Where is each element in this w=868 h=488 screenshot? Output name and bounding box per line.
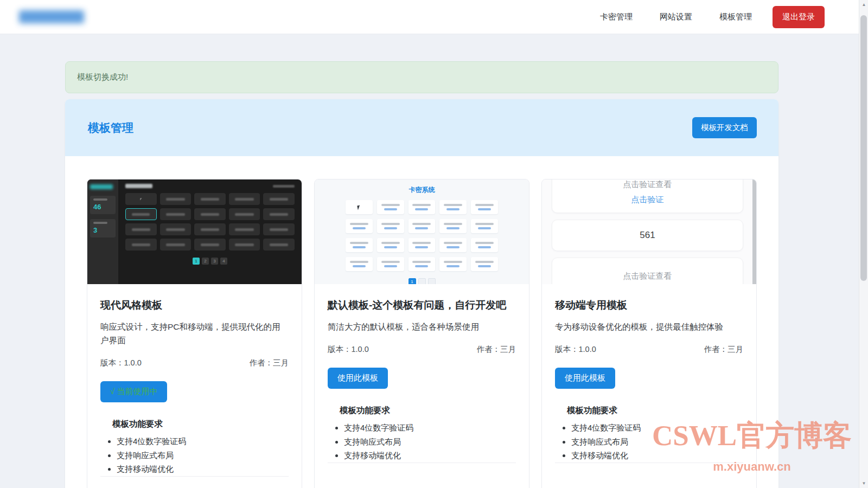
success-alert: 模板切换成功! bbox=[65, 61, 778, 93]
template-meta: 版本：1.0.0 作者：三月 bbox=[328, 344, 516, 355]
logout-button[interactable]: 退出登录 bbox=[773, 6, 825, 28]
template-card-modern: 46 3 bbox=[87, 179, 302, 488]
app-logo-censored[interactable] bbox=[19, 10, 84, 23]
preview-stat-value: 46 bbox=[93, 203, 112, 211]
use-template-button[interactable]: 使用此模板 bbox=[555, 368, 615, 389]
preview-grid-button bbox=[263, 239, 295, 251]
preview-card-grid bbox=[315, 200, 529, 271]
feature-item: 支持移动端优化 bbox=[571, 448, 743, 463]
template-card-body: 默认模板-这个模板有问题，自行开发吧 简洁大方的默认模板，适合各种场景使用 版本… bbox=[315, 284, 529, 485]
template-meta: 版本：1.0.0 作者：三月 bbox=[555, 344, 743, 355]
preview-grid-button bbox=[125, 239, 157, 251]
preview-page bbox=[418, 278, 426, 284]
template-name: 移动端专用模板 bbox=[555, 298, 743, 312]
template-description: 响应式设计，支持PC和移动端，提供现代化的用户界面 bbox=[100, 320, 289, 347]
template-name: 现代风格模板 bbox=[100, 298, 289, 312]
nav-link-site-settings[interactable]: 网站设置 bbox=[660, 12, 692, 22]
use-template-button[interactable]: 使用此模板 bbox=[328, 368, 388, 389]
preview-grid-button bbox=[125, 193, 157, 205]
preview-grid-cell bbox=[409, 238, 436, 252]
feature-item: 支持4位数字验证码 bbox=[571, 421, 743, 435]
panel-header: 模板管理 模板开发文档 bbox=[65, 99, 778, 156]
current-template-button[interactable]: √ 当前使用中 bbox=[100, 381, 167, 402]
preview-verify-link: 点击验证 bbox=[552, 195, 743, 205]
feature-item: 支持响应式布局 bbox=[117, 448, 289, 463]
preview-grid-cell bbox=[377, 219, 404, 233]
template-card-footer bbox=[100, 476, 289, 488]
preview-verify-card: 点击验证查看 bbox=[552, 258, 743, 284]
nav-link-template-management[interactable]: 模板管理 bbox=[719, 12, 752, 22]
template-grid: 46 3 bbox=[87, 179, 757, 488]
preview-grid-cell bbox=[409, 200, 436, 214]
preview-grid-cell bbox=[377, 257, 404, 271]
template-card-default: 卡密系统 1 默认模板-这个模板有问题，自行开发吧 bbox=[314, 179, 529, 488]
template-docs-button[interactable]: 模板开发文档 bbox=[692, 117, 757, 138]
preview-stat-label bbox=[93, 198, 107, 201]
preview-view-text: 点击验证查看 bbox=[552, 271, 743, 281]
template-description: 专为移动设备优化的模板，提供最佳触控体验 bbox=[555, 320, 743, 333]
features-list: 支持4位数字验证码 支持响应式布局 支持移动端优化 bbox=[100, 434, 289, 476]
preview-grid-button bbox=[125, 223, 157, 235]
preview-grid-cell bbox=[346, 200, 373, 214]
preview-pagination: 1 bbox=[315, 278, 529, 284]
preview-header bbox=[125, 184, 295, 188]
preview-grid-cell bbox=[409, 257, 436, 271]
preview-title-censored bbox=[125, 184, 152, 188]
template-version: 版本：1.0.0 bbox=[100, 358, 142, 368]
preview-grid-button bbox=[229, 193, 260, 205]
page-title: 模板管理 bbox=[78, 120, 133, 136]
preview-grid-cell bbox=[471, 200, 498, 214]
template-card-footer bbox=[328, 463, 516, 485]
features-title: 模板功能要求 bbox=[567, 405, 743, 416]
preview-header-text-censored bbox=[273, 185, 295, 188]
features-list: 支持4位数字验证码 支持响应式布局 支持移动端优化 bbox=[555, 421, 743, 463]
preview-page-active: 1 bbox=[193, 258, 200, 265]
nav-link-card-management[interactable]: 卡密管理 bbox=[600, 12, 633, 22]
preview-stat-value: 3 bbox=[93, 226, 112, 234]
scrollbar-thumb[interactable] bbox=[860, 15, 867, 281]
template-card-body: 移动端专用模板 专为移动设备优化的模板，提供最佳触控体验 版本：1.0.0 作者… bbox=[542, 284, 756, 485]
preview-page: 4 bbox=[220, 258, 227, 265]
preview-grid-cell bbox=[471, 219, 498, 233]
features-title: 模板功能要求 bbox=[340, 405, 516, 416]
preview-page: 2 bbox=[202, 258, 209, 265]
preview-grid-cell bbox=[346, 257, 373, 271]
preview-grid-cell bbox=[346, 238, 373, 252]
page-scrollbar[interactable]: ▲ ▼ bbox=[859, 0, 868, 488]
template-name: 默认模板-这个模板有问题，自行开发吧 bbox=[328, 298, 516, 312]
preview-grid-button bbox=[194, 239, 226, 251]
preview-grid-button bbox=[229, 239, 260, 251]
template-preview-modern: 46 3 bbox=[87, 179, 302, 284]
template-version: 版本：1.0.0 bbox=[555, 344, 596, 355]
scroll-down-icon[interactable]: ▼ bbox=[859, 479, 868, 488]
page: 卡密管理 网站设置 模板管理 退出登录 ▲ ▼ 模板切换成功! 模板管理 模板开… bbox=[0, 0, 868, 488]
preview-grid-button bbox=[229, 208, 260, 220]
preview-grid-button bbox=[194, 193, 226, 205]
preview-page-active: 1 bbox=[409, 278, 416, 284]
template-meta: 版本：1.0.0 作者：三月 bbox=[100, 358, 289, 368]
panel-body: 46 3 bbox=[65, 156, 778, 488]
template-features: 模板功能要求 支持4位数字验证码 支持响应式布局 支持移动端优化 bbox=[555, 405, 743, 463]
preview-code-value: 561 bbox=[640, 230, 655, 241]
preview-grid-button bbox=[263, 193, 295, 205]
preview-grid-cell bbox=[471, 238, 498, 252]
preview-logo-censored bbox=[90, 184, 113, 189]
preview-page: 3 bbox=[211, 258, 218, 265]
preview-mobile-stack: 点击验证查看 点击验证 561 点击验证查看 bbox=[552, 179, 743, 284]
preview-stat-card: 3 bbox=[90, 219, 116, 237]
preview-stat-card: 46 bbox=[90, 196, 116, 214]
feature-item: 支持响应式布局 bbox=[571, 435, 743, 449]
preview-grid-button bbox=[263, 223, 295, 235]
preview-grid-button bbox=[160, 223, 192, 235]
preview-grid-cell bbox=[409, 219, 436, 233]
preview-button-grid bbox=[125, 193, 295, 251]
alert-message: 模板切换成功! bbox=[77, 72, 128, 81]
features-list: 支持4位数字验证码 支持响应式布局 支持移动端优化 bbox=[328, 421, 516, 463]
top-navbar: 卡密管理 网站设置 模板管理 退出登录 bbox=[0, 0, 868, 34]
preview-main-area: 1 2 3 4 bbox=[118, 179, 302, 284]
feature-item: 支持4位数字验证码 bbox=[344, 421, 516, 435]
scroll-up-icon[interactable]: ▲ bbox=[859, 0, 868, 9]
preview-grid-button bbox=[194, 208, 226, 220]
preview-grid-cell bbox=[439, 200, 467, 214]
template-preview-default: 卡密系统 1 bbox=[315, 179, 529, 284]
